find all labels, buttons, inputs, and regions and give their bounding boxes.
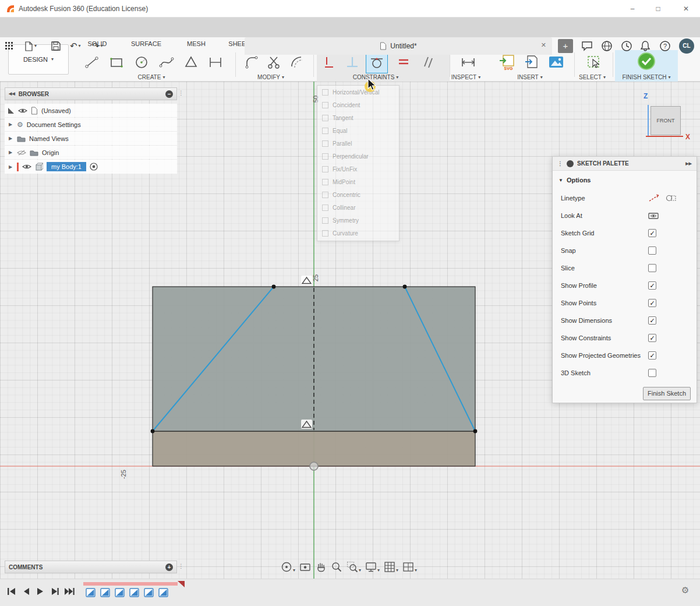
measure-tool-button[interactable] (458, 52, 479, 72)
collapse-left-icon[interactable]: ◀◀ (9, 91, 15, 96)
menu-item-coincident[interactable]: Coincident (317, 98, 399, 111)
undo-button[interactable]: ↶ ▾ (70, 40, 81, 52)
finish-sketch-palette-button[interactable]: Finish Sketch (643, 387, 691, 400)
expand-right-icon[interactable]: ▶▶ (685, 161, 692, 166)
show-dimensions-checkbox[interactable]: ✓ (648, 316, 656, 325)
browser-row-origin[interactable]: ▶ Origin (5, 146, 177, 159)
menu-item-horizontal-vertical[interactable]: Horizontal/Vertical (317, 86, 399, 98)
new-tab-button[interactable]: + (558, 39, 573, 53)
menu-item-midpoint[interactable]: MidPoint (317, 175, 399, 188)
menu-item-collinear[interactable]: Collinear (317, 201, 399, 214)
timeline-settings-button[interactable]: ⚙ (681, 585, 689, 596)
perpendicular-constraint-button[interactable] (342, 52, 362, 72)
options-section-header[interactable]: ▼ Options (553, 171, 697, 189)
timeline-go-to-start-button[interactable] (5, 584, 18, 598)
eye-icon[interactable] (18, 107, 27, 114)
parallel-constraint-button[interactable] (418, 52, 438, 72)
snap-checkbox[interactable] (648, 246, 656, 255)
extensions-button[interactable] (601, 40, 613, 52)
menu-item-equal[interactable]: Equal (317, 124, 399, 137)
comments-panel-button[interactable] (581, 40, 593, 52)
slice-checkbox[interactable] (648, 264, 656, 272)
viewcube[interactable]: Z FRONT X (638, 89, 698, 147)
inspect-group-label[interactable]: INSPECT ▾ (441, 73, 491, 81)
line-tool-button[interactable] (82, 52, 102, 72)
timeline-go-to-end-button[interactable] (62, 584, 76, 598)
expand-arrow-icon[interactable]: ▶ (8, 164, 13, 170)
job-status-button[interactable] (621, 40, 632, 52)
pan-button[interactable] (315, 561, 327, 573)
browser-resize-grip[interactable]: ⋮ (178, 90, 184, 96)
look-at-button[interactable] (299, 561, 311, 573)
browser-row-document[interactable]: (Unsaved) (5, 104, 177, 117)
minimize-button[interactable]: – (622, 0, 643, 17)
menu-item-curvature[interactable]: Curvature (317, 227, 399, 239)
eye-icon[interactable] (22, 163, 31, 170)
app-grid-button[interactable] (5, 40, 14, 52)
horizontal-vertical-constraint-button[interactable] (319, 52, 339, 72)
comments-panel-header[interactable]: COMMENTS + (5, 561, 177, 573)
show-projected-geometries-checkbox[interactable]: ✓ (648, 351, 656, 360)
sketch-point[interactable] (403, 285, 407, 289)
insert-svg-button[interactable]: SVG (496, 52, 517, 72)
timeline-rollback-bar[interactable] (83, 582, 178, 586)
timeline-feature-sketch[interactable] (129, 587, 140, 598)
tab-mesh[interactable]: MESH (184, 37, 208, 50)
polygon-tool-button[interactable] (181, 52, 201, 72)
menu-item-fix-unfix[interactable]: Fix/UnFix (317, 163, 399, 175)
insert-group-label[interactable]: INSERT ▾ (504, 73, 556, 81)
sketch-palette-header[interactable]: ⋮ SKETCH PALETTE ▶▶ (553, 157, 697, 171)
menu-item-perpendicular[interactable]: Perpendicular (317, 150, 399, 163)
spline-tool-button[interactable] (156, 52, 177, 72)
browser-panel-header[interactable]: ◀◀ BROWSER – (5, 87, 177, 100)
redo-button[interactable]: ↷ ▾ (92, 40, 103, 52)
timeline-step-forward-button[interactable] (48, 584, 61, 598)
timeline-marker[interactable] (178, 581, 185, 587)
timeline-step-back-button[interactable] (19, 584, 33, 598)
comments-resize-grip[interactable]: ⋮ (178, 563, 184, 569)
fillet-tool-button[interactable] (241, 52, 262, 72)
timeline-play-button[interactable] (33, 584, 47, 598)
comments-expand-button[interactable]: + (165, 563, 173, 571)
menu-item-symmetry[interactable]: Symmetry (317, 214, 399, 227)
close-button[interactable]: ✕ (676, 0, 697, 17)
browser-row-named-views[interactable]: ▶ Named Views (5, 132, 177, 145)
select-tool-button[interactable] (584, 52, 604, 72)
zoom-button[interactable] (331, 561, 342, 573)
centerline-icon[interactable] (666, 194, 676, 202)
show-points-checkbox[interactable]: ✓ (648, 299, 656, 307)
finish-sketch-button[interactable]: FINISH SKETCH ▾ (615, 50, 678, 82)
circle-tool-button[interactable] (131, 52, 152, 72)
show-profile-checkbox[interactable]: ✓ (648, 281, 656, 290)
create-group-label[interactable]: CREATE ▾ (125, 73, 178, 81)
equal-constraint-button[interactable] (394, 52, 413, 72)
eye-hidden-icon[interactable] (17, 149, 26, 156)
ground-target-icon[interactable] (90, 163, 98, 171)
file-menu-button[interactable]: ▾ (24, 40, 37, 52)
construction-line-icon[interactable] (648, 194, 660, 202)
show-constraints-checkbox[interactable]: ✓ (648, 334, 656, 342)
origin-point[interactable] (310, 462, 318, 470)
3d-sketch-checkbox[interactable] (648, 369, 656, 377)
sketch-dimension-button[interactable] (205, 52, 226, 72)
user-avatar[interactable]: CL (679, 38, 694, 54)
sketch-point[interactable] (151, 429, 155, 434)
insert-dxf-button[interactable] (521, 52, 542, 72)
sketch-point[interactable] (272, 285, 276, 289)
tab-close-icon[interactable]: ✕ (541, 41, 546, 49)
timeline-feature-sketch[interactable] (114, 587, 126, 598)
grid-settings-button[interactable]: ▾ (384, 561, 398, 573)
expand-arrow-icon[interactable]: ▶ (8, 150, 13, 155)
maximize-button[interactable]: □ (648, 0, 669, 17)
modify-group-label[interactable]: MODIFY ▾ (245, 73, 297, 81)
save-button[interactable] (51, 40, 61, 52)
constraint-glyph-top[interactable] (301, 276, 312, 285)
browser-row-document-settings[interactable]: ▶ ⚙ Document Settings (5, 118, 177, 131)
document-tab[interactable]: Untitled* ✕ (245, 37, 552, 55)
offset-tool-button[interactable] (287, 52, 307, 72)
palette-drag-grip[interactable]: ⋮ (557, 160, 563, 167)
zoom-window-button[interactable]: ▾ (347, 561, 361, 573)
select-group-label[interactable]: SELECT ▾ (567, 73, 617, 81)
display-settings-button[interactable]: ▾ (365, 561, 380, 573)
browser-row-body[interactable]: ▶ my Body:1 (5, 160, 177, 174)
